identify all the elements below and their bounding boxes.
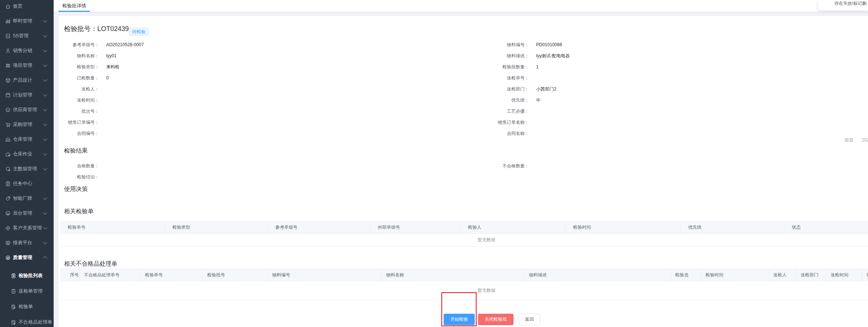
sidebar-item-label: 计划管理 — [13, 92, 32, 98]
column-header: 状态 — [784, 221, 868, 234]
sidebar-item-plan[interactable]: 计划管理 — [0, 88, 54, 102]
close-inspection-batch-button[interactable]: 关闭检验批 — [478, 314, 514, 325]
fragment-name: 邵亚 — [845, 137, 854, 143]
sidebar-item-label: 检验单 — [18, 303, 33, 310]
notification-text: 存在失效/标记删 — [834, 1, 867, 6]
column-header: 检验单号 — [141, 269, 203, 281]
chevron-down-icon — [43, 122, 47, 126]
sidebar-item-warehouse-ops[interactable]: 仓库作业 — [0, 147, 54, 161]
sidebar-item-warehouse[interactable]: 仓库管理 — [0, 132, 54, 147]
chevron-down-icon — [43, 211, 47, 215]
sidebar-item-master-data[interactable]: 主数据管理 — [0, 161, 54, 176]
field-label: 工艺步骤： — [429, 108, 529, 115]
column-header: 物料编号 — [268, 269, 382, 281]
field-value: lyy01 — [106, 53, 117, 58]
field-row: 检验类型：来料检 — [58, 61, 144, 72]
chevron-down-icon — [43, 63, 47, 67]
sidebar-item-crm[interactable]: 客户关系管理 — [0, 221, 54, 235]
tab-label: 检验批详情 — [62, 3, 86, 8]
sidebar-item-label: 客户关系管理 — [13, 225, 42, 231]
chevron-down-icon — [43, 166, 47, 170]
field-row: 物料编号：PD01010086 — [429, 39, 570, 50]
field-row: 销售订单编号： — [58, 117, 144, 128]
sidebar-item-label: 智能厂牌 — [13, 195, 32, 202]
sidebar-item-inspect-doc[interactable]: 检验单 — [0, 299, 54, 314]
sidebar-item-supplier[interactable]: 供供应商管理 — [0, 102, 54, 117]
column-header: 检验单号 — [60, 221, 165, 234]
sidebar-item-task-center[interactable]: 任务中心 — [0, 176, 54, 191]
sidebar-item-home[interactable]: 首页 — [0, 0, 54, 14]
project-list-icon — [5, 62, 11, 68]
back-button[interactable]: 返回 — [519, 314, 540, 325]
sidebar-item-label: 采购管理 — [13, 121, 32, 128]
sidebar-item-purchase[interactable]: 采购管理 — [0, 117, 54, 132]
crm-target-icon — [5, 225, 11, 231]
table: 序号不合格品处理单号检验单号检验批号物料编号物料名称物料描述检验员检验时间送检人… — [60, 269, 868, 300]
sidebar-item-product-design[interactable]: 产品设计 — [0, 73, 54, 88]
field-row: 合同名称： — [429, 128, 570, 139]
column-header: 参考单据号 — [268, 221, 370, 234]
sidebar-item-submit-doc[interactable]: 送检单管理 — [0, 283, 54, 299]
sidebar-item-report[interactable]: 报表平台 — [0, 235, 54, 250]
chevron-down-icon — [43, 240, 47, 244]
supplier-circle-icon: 供 — [5, 107, 11, 113]
column-header: 检验批号 — [203, 269, 268, 281]
column-header: 送检时间 — [826, 269, 862, 281]
svg-text:质: 质 — [6, 256, 9, 259]
realtime-chart-icon — [5, 18, 11, 24]
chevron-down-icon — [43, 196, 47, 200]
column-header: 状态 — [862, 269, 868, 281]
related-defect-orders-table: 序号不合格品处理单号检验单号检验批号物料编号物料名称物料描述检验员检验时间送检人… — [60, 269, 868, 300]
sidebar-item-label: 5S管理 — [13, 33, 28, 39]
section-title-inspection-result: 检验结果 — [64, 147, 88, 155]
column-header: 物料描述 — [525, 269, 671, 281]
master-data-icon — [5, 166, 11, 172]
field-label: 合格数量： — [58, 163, 99, 169]
chevron-down-icon — [43, 33, 47, 37]
field-label: 检验结论： — [58, 174, 99, 180]
sidebar-item-project[interactable]: 项目管理 — [0, 58, 54, 73]
field-value: 0 — [106, 75, 109, 81]
sidebar-item-quality[interactable]: 质质量管理 — [0, 250, 54, 265]
sidebar-item-defect-doc[interactable]: 不合格品处理单 — [0, 314, 54, 327]
sidebar-item-backend[interactable]: 后台管理 — [0, 206, 54, 221]
empty-text: 暂无数据 — [478, 287, 495, 294]
section-title-related-defect-orders: 相关不合格品处理单 — [64, 260, 117, 268]
field-label: 合同编号： — [58, 130, 99, 137]
field-label: 检验批数量： — [429, 64, 529, 70]
sidebar-item-realtime[interactable]: 即时管理 — [0, 14, 54, 28]
sidebar-item-label: 首页 — [13, 3, 23, 10]
result-fields-right: 不合格数量： — [429, 160, 536, 171]
empty-text: 暂无数据 — [478, 237, 495, 243]
batch-list-icon — [10, 273, 16, 279]
start-inspection-button[interactable]: 开始检验 — [444, 314, 475, 325]
quality-circle-icon: 质 — [5, 255, 11, 260]
sidebar-item-sales[interactable]: 销售分销 — [0, 43, 54, 58]
chevron-down-icon — [43, 18, 47, 23]
field-label: 不合格数量： — [429, 163, 529, 169]
sidebar-item-batch-list[interactable]: 检验批列表 — [0, 268, 54, 283]
field-value: 小茜部门2 — [536, 86, 556, 92]
field-row: 销售订单名称： — [429, 117, 570, 128]
chevron-down-icon — [43, 107, 47, 111]
sidebar-item-5s[interactable]: 5s5S管理 — [0, 28, 54, 43]
sidebar-item-smart-tag[interactable]: 智能厂牌 — [0, 191, 54, 206]
column-header: 送检人 — [769, 269, 796, 281]
field-value: AO20210528-0007 — [106, 42, 144, 47]
field-label: 优先级： — [429, 97, 529, 103]
chevron-down-icon — [43, 92, 47, 96]
chevron-up-icon — [43, 256, 47, 260]
sidebar-item-label: 检验批列表 — [18, 272, 43, 279]
field-label: 送检人： — [58, 86, 99, 92]
field-label: 物料编号： — [429, 42, 529, 48]
field-row: 批次号： — [58, 106, 144, 117]
sidebar-item-label: 任务中心 — [13, 180, 32, 187]
field-label: 物料名称： — [58, 53, 99, 59]
notification-popup[interactable]: 存在失效/标记删 — [818, 0, 868, 10]
chevron-down-icon — [43, 151, 47, 156]
column-header: 检验人 — [461, 221, 566, 234]
plan-calendar-icon — [5, 92, 11, 98]
column-header: 检验员 — [671, 269, 701, 281]
section-title-usage-decision: 使用决策 — [64, 185, 88, 193]
tab-inspection-batch-detail[interactable]: 检验批详情 — [58, 0, 90, 12]
